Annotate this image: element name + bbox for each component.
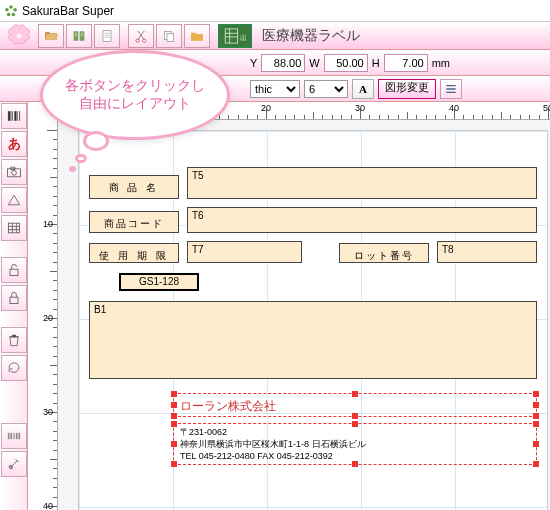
- svg-point-1: [13, 8, 16, 12]
- field-t5[interactable]: T5: [187, 167, 537, 199]
- barcode-tool[interactable]: [1, 103, 27, 129]
- sidebar: あ: [0, 102, 28, 510]
- settings-tool[interactable]: [1, 451, 27, 477]
- list-button[interactable]: [440, 79, 462, 99]
- svg-rect-7: [103, 30, 111, 41]
- green-layout-button[interactable]: 出: [218, 24, 252, 48]
- barcode2-tool[interactable]: [1, 423, 27, 449]
- page-button[interactable]: [94, 24, 120, 48]
- field-t7[interactable]: T7: [187, 241, 302, 263]
- delete-tool[interactable]: [1, 327, 27, 353]
- copy-button[interactable]: [156, 24, 182, 48]
- field-name-label[interactable]: 商 品 名: [89, 175, 179, 199]
- app-icon: [4, 4, 18, 18]
- svg-point-0: [9, 5, 13, 8]
- bold-button[interactable]: A: [352, 79, 374, 99]
- svg-point-15: [12, 170, 17, 175]
- w-label: W: [309, 57, 319, 69]
- unlock-tool[interactable]: [1, 257, 27, 283]
- sakura-logo: [2, 23, 36, 49]
- table-tool[interactable]: [1, 215, 27, 241]
- svg-rect-19: [10, 297, 18, 303]
- app-title: SakuraBar Super: [22, 4, 114, 18]
- cut-button[interactable]: [128, 24, 154, 48]
- w-field[interactable]: [324, 54, 368, 72]
- shape-change-button[interactable]: 図形変更: [378, 79, 436, 99]
- svg-point-3: [7, 12, 10, 16]
- camera-tool[interactable]: [1, 159, 27, 185]
- field-t6[interactable]: T6: [187, 207, 537, 233]
- svg-rect-12: [225, 28, 237, 42]
- main-toolbar: 出 医療機器ラベル: [0, 22, 550, 50]
- svg-point-5: [10, 9, 12, 11]
- field-code-label[interactable]: 商品コード: [89, 211, 179, 233]
- svg-rect-11: [167, 33, 174, 41]
- open-button[interactable]: [38, 24, 64, 48]
- svg-rect-18: [10, 269, 18, 275]
- folder-button[interactable]: [184, 24, 210, 48]
- doc-title: 医療機器ラベル: [254, 27, 548, 45]
- field-lot-label[interactable]: ロット番号: [339, 243, 429, 263]
- h-field[interactable]: [384, 54, 428, 72]
- svg-point-4: [5, 8, 8, 12]
- y-field[interactable]: [261, 54, 305, 72]
- company-address: 〒231-0062 神奈川県横浜市中区桜木町1-1-8 日石横浜ビル TEL 0…: [174, 424, 536, 464]
- svg-rect-17: [8, 223, 19, 233]
- svg-rect-16: [11, 167, 15, 169]
- svg-point-2: [12, 12, 15, 16]
- field-t8[interactable]: T8: [437, 241, 537, 263]
- h-label: H: [372, 57, 380, 69]
- label-page: 商 品 名 T5 商品コード T6 使 用 期 限 T7 ロット番号 T8 GS…: [78, 130, 548, 510]
- text-tool[interactable]: あ: [1, 131, 27, 157]
- book-button[interactable]: [66, 24, 92, 48]
- lock-tool[interactable]: [1, 285, 27, 311]
- hint-bubble: 各ボタンをクリックし 自由にレイアウト: [40, 50, 230, 140]
- shape-tool[interactable]: [1, 187, 27, 213]
- font-size-select[interactable]: 6: [304, 80, 348, 98]
- svg-point-6: [17, 33, 22, 38]
- titlebar: SakuraBar Super: [0, 0, 550, 22]
- field-b1[interactable]: B1: [89, 301, 537, 379]
- canvas[interactable]: 商 品 名 T5 商品コード T6 使 用 期 限 T7 ロット番号 T8 GS…: [58, 120, 550, 510]
- field-expiry-label[interactable]: 使 用 期 限: [89, 243, 179, 263]
- refresh-tool[interactable]: [1, 355, 27, 381]
- field-gs1[interactable]: GS1-128: [119, 273, 199, 291]
- svg-text:出: 出: [240, 34, 247, 42]
- company-name-box[interactable]: ローラン株式会社: [173, 393, 537, 417]
- company-address-box[interactable]: 〒231-0062 神奈川県横浜市中区桜木町1-1-8 日石横浜ビル TEL 0…: [173, 423, 537, 465]
- font-family-select[interactable]: thic: [250, 80, 300, 98]
- vertical-ruler: 10203040: [28, 120, 58, 510]
- unit-label: mm: [432, 57, 450, 69]
- y-label: Y: [250, 57, 257, 69]
